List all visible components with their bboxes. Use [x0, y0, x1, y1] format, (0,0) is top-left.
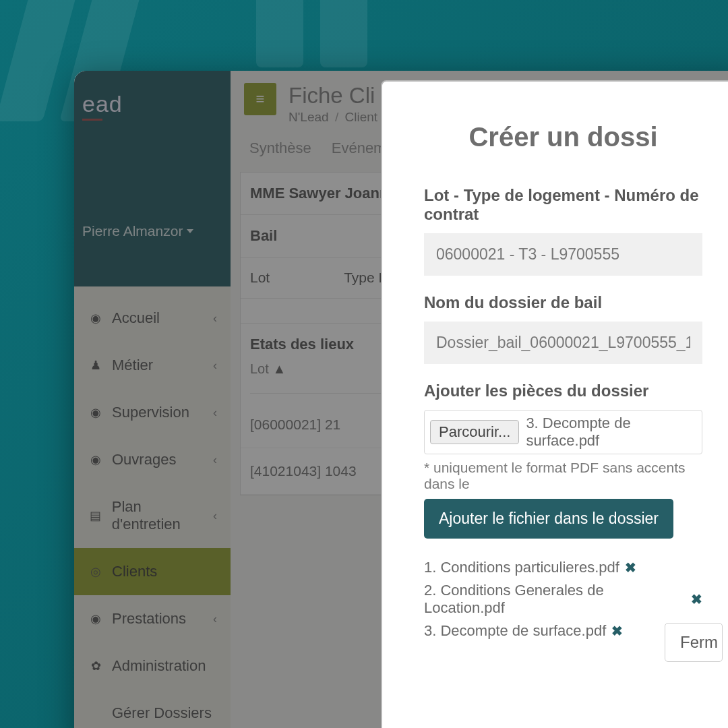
close-icon[interactable]: ✖: [611, 623, 623, 639]
create-dossier-modal: Créer un dossi Lot - Type de logement - …: [381, 80, 728, 728]
list-item: 2. Conditions Generales de Location.pdf …: [424, 579, 702, 619]
browse-button[interactable]: Parcourir...: [430, 420, 519, 444]
file-hint: * uniquement le format PDF sans accents …: [424, 460, 702, 492]
close-icon[interactable]: ✖: [625, 559, 636, 576]
pieces-label: Ajouter les pièces du dossier: [424, 382, 702, 400]
list-item: 3. Decompte de surface.pdf ✖: [424, 619, 702, 642]
modal-title: Créer un dossi: [424, 122, 702, 152]
dossier-name-label: Nom du dossier de bail: [424, 293, 702, 312]
lot-label: Lot - Type de logement - Numéro de contr…: [424, 186, 702, 224]
file-list: 1. Conditions particulieres.pdf ✖ 2. Con…: [424, 556, 702, 642]
list-item: 1. Conditions particulieres.pdf ✖: [424, 556, 702, 579]
file-picker: Parcourir... 3. Decompte de surface.pdf: [424, 410, 702, 454]
add-file-button[interactable]: Ajouter le fichier dans le dossier: [424, 499, 673, 539]
close-button[interactable]: Ferm: [665, 623, 723, 662]
close-icon[interactable]: ✖: [691, 591, 702, 607]
modal-footer: Ferm: [665, 623, 723, 662]
dossier-name-input[interactable]: [424, 322, 702, 364]
selected-file-name: 3. Decompte de surface.pdf: [526, 415, 696, 450]
lot-input[interactable]: [424, 233, 702, 276]
